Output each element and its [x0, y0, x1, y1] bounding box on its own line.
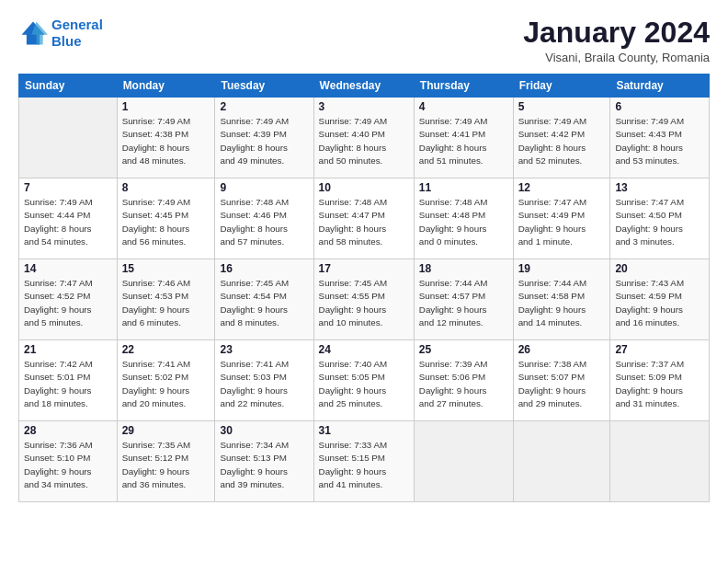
subtitle: Visani, Braila County, Romania [523, 51, 710, 64]
calendar-header-row: SundayMondayTuesdayWednesdayThursdayFrid… [19, 75, 710, 98]
logo-text: General Blue [51, 17, 103, 50]
calendar-cell: 4Sunrise: 7:49 AMSunset: 4:41 PMDaylight… [414, 98, 513, 178]
day-info: Sunrise: 7:47 AMSunset: 4:52 PMDaylight:… [24, 277, 112, 329]
logo: General Blue [18, 17, 103, 50]
day-number: 24 [319, 343, 409, 356]
calendar-cell: 20Sunrise: 7:43 AMSunset: 4:59 PMDayligh… [610, 259, 710, 340]
day-number: 19 [518, 262, 606, 275]
calendar-cell: 31Sunrise: 7:33 AMSunset: 5:15 PMDayligh… [313, 421, 414, 502]
calendar-cell: 6Sunrise: 7:49 AMSunset: 4:43 PMDaylight… [610, 98, 710, 178]
logo-line2: Blue [51, 33, 82, 49]
day-number: 18 [419, 262, 508, 275]
day-number: 4 [419, 100, 508, 113]
day-number: 25 [419, 343, 508, 356]
calendar-cell: 17Sunrise: 7:45 AMSunset: 4:55 PMDayligh… [313, 259, 414, 340]
day-info: Sunrise: 7:36 AMSunset: 5:10 PMDaylight:… [24, 439, 112, 491]
day-info: Sunrise: 7:47 AMSunset: 4:49 PMDaylight:… [518, 196, 606, 248]
header: General Blue January 2024 Visani, Braila… [18, 17, 710, 64]
day-number: 5 [518, 100, 606, 113]
calendar-cell: 27Sunrise: 7:37 AMSunset: 5:09 PMDayligh… [610, 340, 710, 421]
calendar-cell: 26Sunrise: 7:38 AMSunset: 5:07 PMDayligh… [513, 340, 610, 421]
day-number: 11 [419, 181, 508, 194]
day-info: Sunrise: 7:46 AMSunset: 4:53 PMDaylight:… [122, 277, 210, 329]
weekday-header: Tuesday [215, 75, 313, 98]
day-number: 15 [122, 262, 210, 275]
day-info: Sunrise: 7:49 AMSunset: 4:41 PMDaylight:… [419, 115, 508, 167]
day-number: 17 [319, 262, 409, 275]
day-info: Sunrise: 7:44 AMSunset: 4:58 PMDaylight:… [518, 277, 606, 329]
day-info: Sunrise: 7:49 AMSunset: 4:43 PMDaylight:… [615, 115, 704, 167]
weekday-header: Monday [117, 75, 215, 98]
calendar-week-row: 7Sunrise: 7:49 AMSunset: 4:44 PMDaylight… [19, 178, 710, 259]
weekday-header: Sunday [19, 75, 118, 98]
day-number: 3 [319, 100, 409, 113]
day-info: Sunrise: 7:41 AMSunset: 5:03 PMDaylight:… [220, 358, 308, 410]
day-info: Sunrise: 7:35 AMSunset: 5:12 PMDaylight:… [122, 439, 210, 491]
day-info: Sunrise: 7:37 AMSunset: 5:09 PMDaylight:… [615, 358, 704, 410]
day-number: 10 [319, 181, 409, 194]
day-number: 28 [24, 424, 112, 437]
day-info: Sunrise: 7:43 AMSunset: 4:59 PMDaylight:… [615, 277, 704, 329]
calendar-cell: 21Sunrise: 7:42 AMSunset: 5:01 PMDayligh… [19, 340, 118, 421]
day-info: Sunrise: 7:45 AMSunset: 4:55 PMDaylight:… [319, 277, 409, 329]
calendar-table: SundayMondayTuesdayWednesdayThursdayFrid… [18, 74, 710, 502]
calendar-cell: 15Sunrise: 7:46 AMSunset: 4:53 PMDayligh… [117, 259, 215, 340]
weekday-header: Friday [513, 75, 610, 98]
calendar-week-row: 1Sunrise: 7:49 AMSunset: 4:38 PMDaylight… [19, 98, 710, 178]
day-number: 29 [122, 424, 210, 437]
calendar-cell [513, 421, 610, 502]
day-info: Sunrise: 7:48 AMSunset: 4:46 PMDaylight:… [220, 196, 308, 248]
day-info: Sunrise: 7:40 AMSunset: 5:05 PMDaylight:… [319, 358, 409, 410]
calendar-cell: 18Sunrise: 7:44 AMSunset: 4:57 PMDayligh… [414, 259, 513, 340]
day-number: 30 [220, 424, 308, 437]
calendar-cell: 29Sunrise: 7:35 AMSunset: 5:12 PMDayligh… [117, 421, 215, 502]
calendar-week-row: 28Sunrise: 7:36 AMSunset: 5:10 PMDayligh… [19, 421, 710, 502]
day-info: Sunrise: 7:42 AMSunset: 5:01 PMDaylight:… [24, 358, 112, 410]
calendar-cell: 23Sunrise: 7:41 AMSunset: 5:03 PMDayligh… [215, 340, 313, 421]
day-info: Sunrise: 7:41 AMSunset: 5:02 PMDaylight:… [122, 358, 210, 410]
calendar-cell [19, 98, 118, 178]
day-number: 26 [518, 343, 606, 356]
day-info: Sunrise: 7:49 AMSunset: 4:38 PMDaylight:… [122, 115, 210, 167]
day-number: 22 [122, 343, 210, 356]
calendar-cell: 10Sunrise: 7:48 AMSunset: 4:47 PMDayligh… [313, 178, 414, 259]
calendar-cell: 13Sunrise: 7:47 AMSunset: 4:50 PMDayligh… [610, 178, 710, 259]
weekday-header: Saturday [610, 75, 710, 98]
calendar-cell: 11Sunrise: 7:48 AMSunset: 4:48 PMDayligh… [414, 178, 513, 259]
day-number: 21 [24, 343, 112, 356]
day-info: Sunrise: 7:38 AMSunset: 5:07 PMDaylight:… [518, 358, 606, 410]
main-title: January 2024 [523, 17, 710, 49]
calendar-cell: 3Sunrise: 7:49 AMSunset: 4:40 PMDaylight… [313, 98, 414, 178]
calendar-cell: 12Sunrise: 7:47 AMSunset: 4:49 PMDayligh… [513, 178, 610, 259]
day-number: 20 [615, 262, 704, 275]
title-block: January 2024 Visani, Braila County, Roma… [523, 17, 710, 64]
day-info: Sunrise: 7:45 AMSunset: 4:54 PMDaylight:… [220, 277, 308, 329]
day-info: Sunrise: 7:49 AMSunset: 4:40 PMDaylight:… [319, 115, 409, 167]
day-number: 9 [220, 181, 308, 194]
calendar-cell: 7Sunrise: 7:49 AMSunset: 4:44 PMDaylight… [19, 178, 118, 259]
calendar-week-row: 21Sunrise: 7:42 AMSunset: 5:01 PMDayligh… [19, 340, 710, 421]
calendar-week-row: 14Sunrise: 7:47 AMSunset: 4:52 PMDayligh… [19, 259, 710, 340]
day-info: Sunrise: 7:44 AMSunset: 4:57 PMDaylight:… [419, 277, 508, 329]
day-number: 23 [220, 343, 308, 356]
day-info: Sunrise: 7:34 AMSunset: 5:13 PMDaylight:… [220, 439, 308, 491]
day-number: 1 [122, 100, 210, 113]
day-info: Sunrise: 7:49 AMSunset: 4:45 PMDaylight:… [122, 196, 210, 248]
day-info: Sunrise: 7:33 AMSunset: 5:15 PMDaylight:… [319, 439, 409, 491]
calendar-cell: 9Sunrise: 7:48 AMSunset: 4:46 PMDaylight… [215, 178, 313, 259]
calendar-cell: 30Sunrise: 7:34 AMSunset: 5:13 PMDayligh… [215, 421, 313, 502]
day-number: 2 [220, 100, 308, 113]
day-info: Sunrise: 7:49 AMSunset: 4:39 PMDaylight:… [220, 115, 308, 167]
logo-line1: General [51, 17, 103, 32]
day-info: Sunrise: 7:49 AMSunset: 4:42 PMDaylight:… [518, 115, 606, 167]
weekday-header: Thursday [414, 75, 513, 98]
calendar-cell: 8Sunrise: 7:49 AMSunset: 4:45 PMDaylight… [117, 178, 215, 259]
day-info: Sunrise: 7:48 AMSunset: 4:47 PMDaylight:… [319, 196, 409, 248]
calendar-cell [414, 421, 513, 502]
day-number: 14 [24, 262, 112, 275]
calendar-cell: 28Sunrise: 7:36 AMSunset: 5:10 PMDayligh… [19, 421, 118, 502]
calendar-cell: 19Sunrise: 7:44 AMSunset: 4:58 PMDayligh… [513, 259, 610, 340]
day-number: 12 [518, 181, 606, 194]
day-number: 31 [319, 424, 409, 437]
calendar-cell: 5Sunrise: 7:49 AMSunset: 4:42 PMDaylight… [513, 98, 610, 178]
